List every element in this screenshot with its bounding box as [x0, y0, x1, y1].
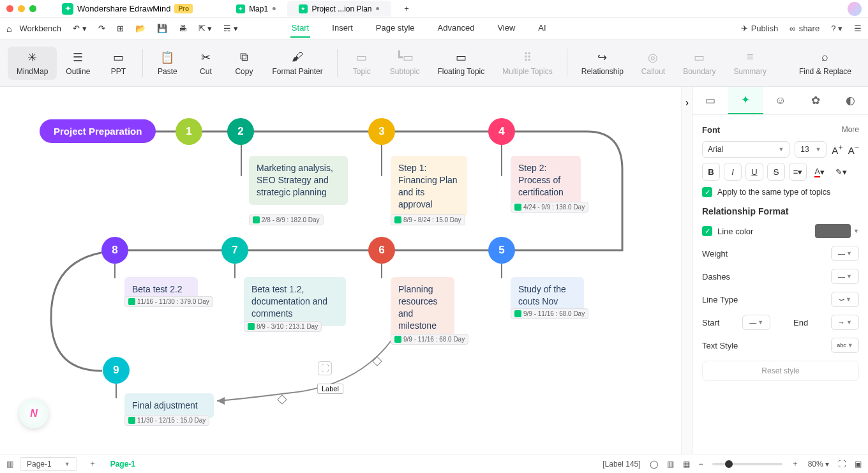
- zoom-slider[interactable]: [712, 463, 782, 465]
- note-3[interactable]: Step 1: Financing Plan and its approval: [391, 156, 467, 217]
- menu-view[interactable]: View: [496, 19, 516, 38]
- zoom-out-button[interactable]: −: [699, 460, 703, 469]
- undo-button[interactable]: ↶ ▾: [69, 21, 91, 36]
- ai-fab-button[interactable]: N: [19, 399, 49, 428]
- note-2[interactable]: Marketing analysis, SEO Strategy and str…: [249, 156, 348, 205]
- home-icon[interactable]: ⌂: [6, 24, 11, 34]
- text-style-select[interactable]: abc ▼: [831, 338, 859, 353]
- menu-page-style[interactable]: Page style: [375, 19, 416, 38]
- outline-toggle-icon[interactable]: ▥: [6, 460, 13, 469]
- panel-tab-icon[interactable]: ☺: [763, 87, 798, 114]
- menu-insert[interactable]: Insert: [331, 19, 354, 38]
- task-chip-6[interactable]: 9/9 - 11/16 : 68.0 Day: [391, 334, 468, 345]
- end-arrow-select[interactable]: → ▼: [831, 315, 859, 330]
- save-icon[interactable]: 💾: [153, 21, 171, 36]
- menu-toggle-icon[interactable]: ☰: [854, 24, 862, 33]
- relationship-label[interactable]: Label: [317, 384, 343, 394]
- highlight-button[interactable]: ✎▾: [832, 163, 850, 181]
- menu-advanced[interactable]: Advanced: [437, 19, 476, 38]
- outline-view-button[interactable]: ☰Outline: [57, 47, 99, 80]
- fit-screen-icon[interactable]: ⛶: [838, 460, 846, 469]
- copy-button[interactable]: ⧉Copy: [225, 47, 263, 80]
- user-avatar[interactable]: [848, 2, 862, 16]
- menu-start[interactable]: Start: [290, 19, 310, 38]
- zoom-in-button[interactable]: ＋: [791, 458, 799, 469]
- note-4[interactable]: Step 2: Process of certification: [511, 156, 581, 205]
- panel-tab-style[interactable]: ✦: [728, 87, 763, 114]
- redo-button[interactable]: ↷: [94, 21, 109, 36]
- italic-button[interactable]: I: [724, 163, 742, 181]
- ppt-view-button[interactable]: ▭PPT: [99, 47, 137, 80]
- note-6[interactable]: Planning resources and milestone: [391, 277, 454, 338]
- node-2[interactable]: 2: [227, 118, 254, 145]
- split-view-icon[interactable]: ▥: [667, 460, 674, 469]
- line-type-select[interactable]: ⤻ ▼: [831, 292, 859, 307]
- open-file-icon[interactable]: 📂: [131, 21, 149, 36]
- underline-button[interactable]: U: [745, 163, 763, 181]
- minimize-window[interactable]: [18, 5, 25, 12]
- tab-map1[interactable]: ✦ Map1 •: [225, 1, 287, 17]
- panel-tab-clipart[interactable]: ✿: [798, 87, 833, 114]
- relationship-button[interactable]: ↪Relationship: [572, 47, 632, 80]
- find-replace-button[interactable]: ⌕Find & Replace: [790, 47, 860, 80]
- task-chip-7[interactable]: 8/9 - 3/10 : 213.1 Day: [244, 321, 322, 332]
- root-node[interactable]: Project Preparation: [40, 119, 156, 143]
- menu-ai[interactable]: AI: [537, 19, 547, 38]
- apply-same-type-row[interactable]: ✓ Apply to the same type of topics: [702, 187, 859, 197]
- share-button[interactable]: ∞share: [789, 24, 819, 33]
- page-select[interactable]: Page-1▼: [20, 457, 77, 471]
- node-7[interactable]: 7: [221, 237, 248, 264]
- task-chip-2[interactable]: 2/8 - 8/9 : 182.0 Day: [249, 214, 324, 225]
- node-4[interactable]: 4: [488, 118, 515, 145]
- tab-project-plan[interactable]: ✦ Project ...ion Plan •: [287, 1, 391, 17]
- font-size-decrease[interactable]: A−: [848, 143, 859, 156]
- zoom-thumb[interactable]: [725, 460, 733, 468]
- screenshot-icon[interactable]: ⛶: [318, 361, 332, 375]
- cut-button[interactable]: ✂Cut: [186, 47, 225, 80]
- task-chip-3[interactable]: 8/9 - 8/24 : 15.0 Day: [391, 214, 465, 225]
- help-button[interactable]: ? ▾: [831, 24, 842, 33]
- mindmap-view-button[interactable]: ✳MindMap: [8, 47, 57, 80]
- more-icon[interactable]: ☴ ▾: [220, 21, 242, 36]
- node-1[interactable]: 1: [176, 118, 202, 145]
- task-chip-5[interactable]: 9/9 - 11/16 : 68.0 Day: [511, 308, 588, 319]
- format-painter-button[interactable]: 🖌Format Painter: [263, 47, 331, 80]
- align-button[interactable]: ≡▾: [789, 163, 807, 181]
- new-file-icon[interactable]: ⊞: [113, 21, 128, 36]
- font-more-link[interactable]: More: [842, 125, 859, 135]
- note-7[interactable]: Beta test 1.2, documentation and comment…: [244, 277, 346, 326]
- node-3[interactable]: 3: [368, 118, 395, 145]
- node-8[interactable]: 8: [101, 237, 128, 264]
- publish-button[interactable]: ✈Publish: [741, 24, 779, 33]
- maximize-window[interactable]: [29, 5, 36, 12]
- fullscreen-icon[interactable]: ▣: [855, 460, 862, 469]
- font-family-select[interactable]: Arial▼: [702, 141, 789, 158]
- start-arrow-select[interactable]: — ▼: [742, 315, 770, 330]
- workbench-button[interactable]: Workbench: [15, 21, 65, 36]
- task-chip-9[interactable]: 11/30 - 12/15 : 15.0 Day: [124, 415, 209, 426]
- close-window[interactable]: [6, 5, 13, 12]
- font-size-select[interactable]: 13▼: [795, 141, 827, 158]
- panel-tab-history[interactable]: ◐: [833, 87, 868, 114]
- line-color-select[interactable]: ▼: [815, 224, 859, 238]
- grid-icon[interactable]: ▦: [683, 460, 690, 469]
- globe-icon[interactable]: ◯: [650, 460, 658, 469]
- reset-style-button[interactable]: Reset style: [702, 361, 859, 381]
- node-5[interactable]: 5: [488, 237, 515, 264]
- floating-topic-button[interactable]: ▭Floating Topic: [428, 47, 493, 80]
- font-size-increase[interactable]: A+: [832, 143, 842, 156]
- new-tab-button[interactable]: ＋: [391, 1, 422, 17]
- print-icon[interactable]: 🖶: [175, 21, 191, 36]
- weight-select[interactable]: — ▼: [831, 246, 859, 261]
- font-color-button[interactable]: A▾: [811, 163, 828, 181]
- panel-tab-topic[interactable]: ▭: [693, 87, 728, 114]
- task-chip-4[interactable]: 4/24 - 9/9 : 138.0 Day: [511, 202, 588, 213]
- canvas[interactable]: Project Preparation 1 2 3 4 5 6 7 8 9 Ma…: [0, 87, 681, 454]
- panel-collapse-button[interactable]: ›: [681, 87, 692, 454]
- paste-button[interactable]: 📋Paste: [148, 47, 186, 80]
- zoom-level[interactable]: 80% ▾: [808, 460, 829, 469]
- bold-button[interactable]: B: [702, 163, 720, 181]
- node-9[interactable]: 9: [103, 357, 130, 384]
- dashes-select[interactable]: — ▼: [831, 269, 859, 284]
- node-6[interactable]: 6: [368, 237, 395, 264]
